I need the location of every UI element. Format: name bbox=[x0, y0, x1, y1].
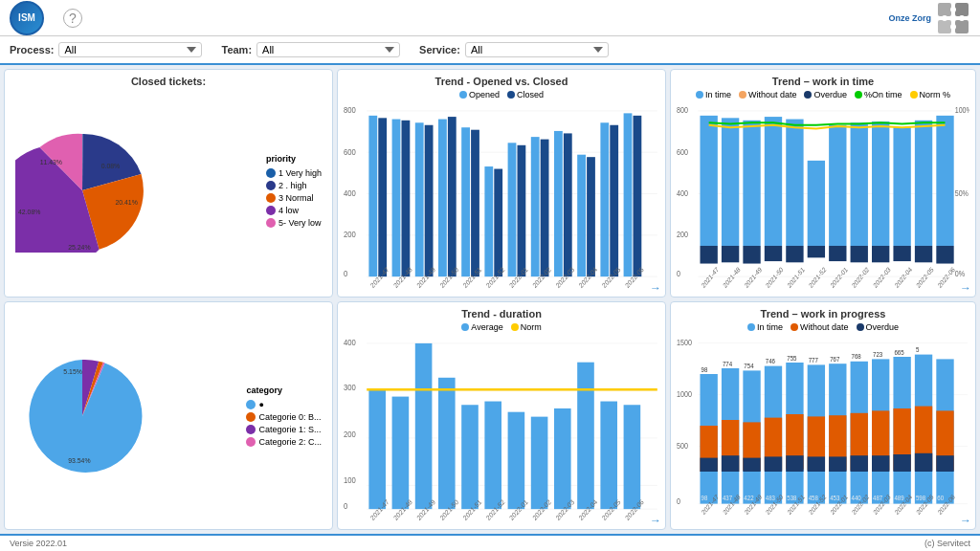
category-label: category bbox=[246, 386, 322, 395]
trend-work-progress-card: Trend – work in progress In time Without… bbox=[670, 301, 976, 530]
svg-rect-20 bbox=[392, 120, 401, 277]
svg-text:768: 768 bbox=[852, 353, 861, 361]
svg-rect-121 bbox=[438, 378, 456, 509]
svg-rect-30 bbox=[508, 143, 517, 276]
trend-opened-closed-legend: Opened Closed bbox=[344, 90, 659, 99]
svg-rect-119 bbox=[392, 397, 410, 510]
svg-rect-72 bbox=[765, 246, 782, 261]
help-icon[interactable]: ? bbox=[63, 9, 82, 28]
svg-text:2022-06: 2022-06 bbox=[937, 265, 956, 289]
trend-duration-chart: 400 300 200 100 0 bbox=[344, 334, 659, 523]
trend-opened-closed-arrow[interactable]: → bbox=[650, 281, 661, 295]
brand-name: Onze Zorg bbox=[889, 13, 932, 23]
svg-rect-174 bbox=[851, 455, 868, 472]
svg-rect-25 bbox=[448, 117, 457, 276]
svg-rect-75 bbox=[808, 161, 825, 246]
svg-text:60: 60 bbox=[937, 495, 944, 502]
closed-tickets-legend: priority 1 Very high 2 . high 3 Normal 4… bbox=[266, 154, 322, 228]
svg-rect-180 bbox=[893, 454, 910, 472]
svg-rect-186 bbox=[936, 455, 953, 472]
svg-rect-79 bbox=[851, 122, 868, 246]
svg-text:25.24%: 25.24% bbox=[68, 244, 90, 251]
svg-text:800: 800 bbox=[344, 106, 356, 116]
svg-text:50%: 50% bbox=[955, 188, 969, 198]
svg-text:400: 400 bbox=[677, 188, 688, 198]
svg-rect-22 bbox=[415, 122, 424, 276]
svg-text:600: 600 bbox=[344, 147, 356, 157]
category-pie: 93.54% 5.15% bbox=[15, 359, 149, 474]
svg-text:0.08%: 0.08% bbox=[101, 163, 121, 169]
trend-work-time-arrow[interactable]: → bbox=[960, 281, 971, 295]
svg-text:98: 98 bbox=[702, 365, 708, 373]
svg-rect-85 bbox=[915, 121, 932, 246]
svg-rect-31 bbox=[518, 145, 526, 276]
right-panel: Closed tickets: bbox=[4, 69, 333, 530]
svg-text:0%: 0% bbox=[955, 270, 965, 279]
version-text: Versie 2022.01 bbox=[10, 539, 67, 548]
svg-text:400: 400 bbox=[344, 339, 356, 348]
team-filter-group: Team: All bbox=[221, 42, 400, 57]
svg-rect-68 bbox=[722, 246, 739, 262]
svg-rect-19 bbox=[378, 118, 387, 276]
service-filter-group: Service: All bbox=[419, 42, 609, 57]
svg-text:2021-47: 2021-47 bbox=[701, 265, 720, 289]
svg-point-6 bbox=[959, 15, 965, 21]
svg-text:500: 500 bbox=[677, 441, 689, 451]
trend-work-progress-title: Trend – work in progress bbox=[677, 308, 969, 320]
svg-rect-26 bbox=[461, 127, 470, 276]
category-card: 93.54% 5.15% category ● Categorie 0: B..… bbox=[4, 301, 333, 530]
svg-rect-70 bbox=[743, 246, 760, 264]
footer: Versie 2022.01 (c) Servitect bbox=[0, 534, 980, 551]
category-legend: category ● Categorie 0: B... Categorie 1… bbox=[246, 386, 322, 447]
svg-rect-24 bbox=[438, 120, 447, 277]
svg-rect-162 bbox=[765, 456, 782, 472]
svg-rect-34 bbox=[554, 131, 563, 276]
service-select[interactable]: All bbox=[465, 42, 609, 57]
svg-rect-128 bbox=[600, 402, 617, 510]
process-select[interactable]: All bbox=[58, 42, 202, 57]
svg-rect-83 bbox=[893, 127, 910, 246]
svg-text:200: 200 bbox=[344, 231, 356, 240]
svg-text:0: 0 bbox=[677, 270, 680, 279]
trend-duration-card: Trend - duration Average Norm 400 300 20… bbox=[337, 301, 666, 530]
trend-work-time-card: Trend – work in time In time Without dat… bbox=[670, 69, 976, 298]
svg-rect-66 bbox=[700, 246, 717, 264]
svg-text:2021-49: 2021-49 bbox=[744, 265, 763, 289]
trend-work-progress-arrow[interactable]: → bbox=[960, 514, 971, 527]
trend-duration-legend: Average Norm bbox=[344, 322, 659, 332]
svg-point-5 bbox=[942, 15, 947, 21]
process-label: Process: bbox=[10, 44, 54, 55]
svg-text:0: 0 bbox=[344, 270, 348, 279]
svg-rect-81 bbox=[872, 121, 889, 246]
svg-text:200: 200 bbox=[677, 231, 688, 240]
svg-text:20.41%: 20.41% bbox=[115, 199, 137, 206]
svg-rect-153 bbox=[700, 458, 717, 472]
trend-work-progress-legend: In time Without date Overdue bbox=[677, 322, 969, 332]
svg-text:746: 746 bbox=[766, 358, 775, 365]
svg-text:1500: 1500 bbox=[677, 338, 692, 347]
svg-rect-82 bbox=[872, 246, 889, 262]
svg-text:2021-48: 2021-48 bbox=[722, 265, 741, 289]
closed-tickets-pie: 0.08% 20.41% 25.24% 42.08% 11.43% bbox=[15, 128, 149, 253]
svg-rect-27 bbox=[471, 130, 479, 276]
svg-rect-171 bbox=[829, 456, 846, 472]
team-select[interactable]: All bbox=[256, 42, 400, 57]
svg-text:400: 400 bbox=[344, 189, 356, 199]
svg-text:774: 774 bbox=[723, 360, 732, 367]
trend-work-time-title: Trend – work in time bbox=[677, 76, 969, 87]
svg-rect-80 bbox=[851, 246, 868, 262]
svg-rect-32 bbox=[531, 137, 540, 276]
svg-text:723: 723 bbox=[873, 351, 882, 359]
svg-rect-21 bbox=[402, 121, 411, 276]
svg-text:2022-01: 2022-01 bbox=[829, 265, 848, 289]
svg-rect-3 bbox=[955, 20, 969, 33]
svg-rect-123 bbox=[484, 402, 501, 510]
svg-rect-2 bbox=[938, 20, 951, 33]
trend-opened-closed-card: Trend - Opened vs. Closed Opened Closed … bbox=[337, 69, 666, 298]
svg-rect-1 bbox=[955, 3, 969, 16]
trend-duration-arrow[interactable]: → bbox=[650, 514, 661, 527]
svg-rect-78 bbox=[829, 246, 846, 261]
svg-text:2021-51: 2021-51 bbox=[787, 265, 806, 289]
svg-text:800: 800 bbox=[677, 106, 688, 116]
svg-text:11.43%: 11.43% bbox=[40, 159, 62, 165]
